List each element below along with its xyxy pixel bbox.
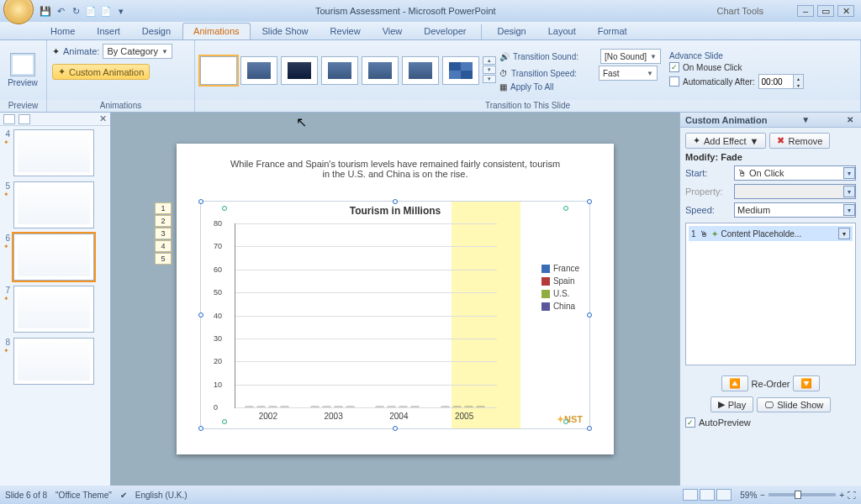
start-label: Start: bbox=[685, 168, 729, 178]
play-button[interactable]: ▶ Play bbox=[710, 396, 753, 412]
transition-opt-1[interactable] bbox=[240, 56, 277, 85]
start-combo[interactable]: 🖱 On Click▾ bbox=[734, 165, 856, 181]
effect-item[interactable]: 1🖱✦Content Placeholde...▾ bbox=[689, 226, 853, 241]
slideshow-button[interactable]: 🖵 Slide Show bbox=[757, 397, 831, 412]
auto-after-checkbox[interactable] bbox=[669, 76, 679, 87]
transition-opt-5[interactable] bbox=[402, 56, 439, 85]
qat-redo-icon[interactable]: ↻ bbox=[69, 4, 82, 18]
ca-dropdown-icon[interactable]: ▼ bbox=[799, 115, 812, 124]
transition-opt-6[interactable] bbox=[442, 56, 479, 85]
slide-thumbnail[interactable]: 4✦ bbox=[2, 129, 108, 176]
qat-save-icon[interactable]: 💾 bbox=[39, 4, 52, 18]
pane-close-icon[interactable]: ✕ bbox=[99, 113, 107, 124]
chart-plot-area: 010203040506070802002200320042005 bbox=[235, 223, 497, 408]
autopreview-label: AutoPreview bbox=[699, 417, 751, 428]
trans-speed-combo[interactable]: Fast▼ bbox=[599, 66, 658, 81]
office-button[interactable] bbox=[3, 0, 34, 24]
tab-insert[interactable]: Insert bbox=[87, 24, 130, 39]
zoom-in-button[interactable]: + bbox=[839, 491, 844, 500]
slide-thumbnail[interactable]: 7✦ bbox=[2, 286, 108, 333]
slide-thumbnail[interactable]: 5✦ bbox=[2, 181, 108, 228]
preview-button[interactable]: Preview bbox=[5, 49, 40, 92]
apply-all-button[interactable]: Apply To All bbox=[510, 82, 554, 92]
group-animations: Animations bbox=[47, 100, 194, 112]
qat-undo-icon[interactable]: ↶ bbox=[54, 4, 67, 18]
zoom-fit-button[interactable]: ⛶ bbox=[848, 491, 856, 500]
status-theme: "Office Theme" bbox=[55, 491, 112, 500]
ca-title: Custom Animation bbox=[685, 115, 767, 125]
property-label: Property: bbox=[685, 186, 729, 197]
resize-handle[interactable] bbox=[198, 199, 203, 204]
qat-more-icon[interactable]: ▾ bbox=[114, 4, 128, 18]
resize-handle[interactable] bbox=[393, 199, 398, 204]
auto-after-spinner[interactable]: ▴▾ bbox=[758, 74, 804, 89]
transition-opt-3[interactable] bbox=[321, 56, 358, 85]
slide-thumbnail[interactable]: 6✦ bbox=[2, 234, 108, 281]
speed-combo[interactable]: Medium▾ bbox=[734, 202, 856, 218]
tab-slideshow[interactable]: Slide Show bbox=[252, 24, 319, 39]
tab-chart-design[interactable]: Design bbox=[487, 24, 536, 39]
transition-none[interactable] bbox=[200, 56, 237, 85]
tab-animations[interactable]: Animations bbox=[182, 23, 250, 39]
slide-thumbnail[interactable]: 8✦ bbox=[2, 338, 108, 385]
animation-tag[interactable]: 3 bbox=[155, 228, 172, 239]
trans-speed-label: Transition Speed: bbox=[511, 69, 595, 78]
resize-handle[interactable] bbox=[393, 426, 398, 431]
qat-new-icon[interactable]: 📄 bbox=[84, 4, 98, 18]
status-slide: Slide 6 of 8 bbox=[5, 491, 47, 500]
status-lang[interactable]: English (U.K.) bbox=[135, 491, 188, 500]
reorder-down-button[interactable]: 🔽 bbox=[793, 375, 820, 391]
add-effect-button[interactable]: ✦Add Effect ▼ bbox=[685, 133, 766, 149]
resize-handle[interactable] bbox=[587, 312, 592, 318]
resize-handle[interactable] bbox=[198, 426, 203, 431]
tab-developer[interactable]: Developer bbox=[414, 24, 476, 39]
tab-chart-layout[interactable]: Layout bbox=[538, 24, 586, 39]
gallery-down-icon[interactable]: ▾ bbox=[483, 66, 496, 74]
gallery-up-icon[interactable]: ▴ bbox=[483, 56, 496, 65]
transition-opt-2[interactable] bbox=[281, 56, 318, 85]
star-animate-icon: ✦ bbox=[52, 46, 60, 57]
zoom-slider[interactable] bbox=[769, 493, 836, 496]
animation-tag[interactable]: 5 bbox=[155, 253, 172, 265]
animation-tag[interactable]: 4 bbox=[155, 240, 172, 252]
resize-handle[interactable] bbox=[587, 199, 592, 204]
slides-tab-icon[interactable] bbox=[3, 114, 15, 124]
preview-icon bbox=[10, 53, 35, 76]
view-show-icon[interactable] bbox=[716, 489, 732, 501]
gallery-more-icon[interactable]: ▾ bbox=[483, 75, 496, 83]
group-transition: Transition to This Slide bbox=[195, 100, 860, 112]
custom-animation-button[interactable]: ✦ Custom Animation bbox=[52, 64, 150, 80]
zoom-level[interactable]: 59% bbox=[740, 491, 757, 500]
effect-list[interactable]: 1🖱✦Content Placeholde...▾ bbox=[685, 223, 856, 365]
close-button[interactable]: ✕ bbox=[837, 5, 854, 17]
reorder-up-button[interactable]: 🔼 bbox=[721, 375, 748, 391]
trans-sound-combo[interactable]: [No Sound]▼ bbox=[600, 49, 661, 64]
animate-combo[interactable]: By Category▼ bbox=[103, 44, 172, 59]
tab-home[interactable]: Home bbox=[40, 24, 85, 39]
resize-handle[interactable] bbox=[198, 312, 203, 318]
qat-open-icon[interactable]: 📄 bbox=[99, 4, 113, 18]
tab-review[interactable]: Review bbox=[320, 24, 371, 39]
tab-view[interactable]: View bbox=[372, 24, 413, 39]
transition-opt-4[interactable] bbox=[362, 56, 399, 85]
chart-placeholder[interactable]: Tourism in Millions 01020304050607080200… bbox=[200, 201, 590, 429]
outline-tab-icon[interactable] bbox=[18, 114, 30, 124]
animation-tag[interactable]: 1 bbox=[155, 202, 172, 214]
slide-canvas[interactable]: While France and Spain's tourism levels … bbox=[177, 144, 614, 454]
minimize-button[interactable]: – bbox=[797, 5, 814, 17]
transition-gallery[interactable]: ▴ ▾ ▾ bbox=[200, 56, 496, 85]
tab-chart-format[interactable]: Format bbox=[588, 24, 637, 39]
resize-handle[interactable] bbox=[587, 426, 592, 431]
ca-close-icon[interactable]: ✕ bbox=[844, 115, 856, 124]
tab-design[interactable]: Design bbox=[132, 24, 181, 39]
star-icon: ✦ bbox=[693, 135, 700, 146]
animation-tag[interactable]: 2 bbox=[155, 215, 172, 227]
on-click-checkbox[interactable]: ✓ bbox=[669, 62, 679, 72]
remove-button[interactable]: ✖Remove bbox=[769, 133, 830, 149]
status-check-icon[interactable]: ✔ bbox=[120, 491, 127, 500]
zoom-out-button[interactable]: − bbox=[760, 491, 765, 500]
view-sorter-icon[interactable] bbox=[700, 489, 715, 501]
autopreview-checkbox[interactable]: ✓ bbox=[685, 417, 695, 428]
maximize-button[interactable]: ▭ bbox=[817, 5, 834, 17]
view-normal-icon[interactable] bbox=[683, 489, 698, 501]
